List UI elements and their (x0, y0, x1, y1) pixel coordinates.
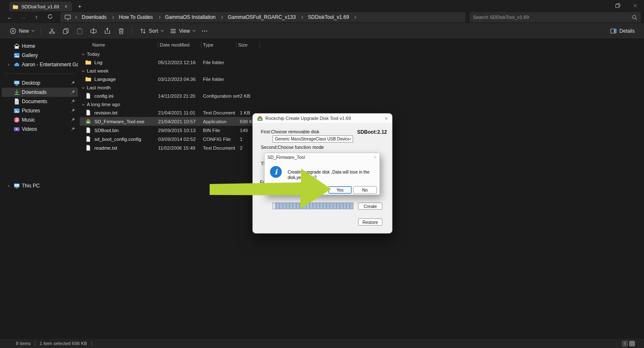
group-header[interactable]: Last week (80, 67, 644, 75)
cut-button[interactable] (45, 25, 59, 36)
delete-button[interactable] (114, 25, 128, 36)
sidebar-item-home[interactable]: Home (2, 42, 78, 51)
share-button[interactable] (100, 25, 114, 36)
expand-chevron-icon[interactable]: › (6, 183, 12, 189)
sort-button[interactable]: Sort (136, 25, 166, 36)
sdboot-version: SDBoot:2.12 (357, 129, 387, 135)
expand-chevron-icon[interactable]: › (6, 62, 12, 68)
sidebar-item-downloads[interactable]: Downloads (2, 88, 78, 97)
breadcrumb-separator (300, 16, 303, 18)
up-icon[interactable]: ↑ (33, 14, 40, 21)
search-icon[interactable] (632, 15, 637, 20)
paste-icon (76, 27, 83, 34)
refresh-icon[interactable] (46, 14, 54, 21)
group-label: Last week (87, 68, 109, 73)
folder-icon (13, 4, 18, 9)
file-row[interactable]: revision.txt21/04/2021 11:01Text Documen… (80, 108, 261, 117)
create-button[interactable]: Create (358, 203, 382, 210)
more-options-button[interactable] (198, 25, 212, 36)
group-header[interactable]: Last month (80, 83, 644, 91)
details-pane-button[interactable]: Details (606, 25, 638, 36)
tab-close-icon[interactable]: × (63, 4, 69, 9)
file-date-cell: 29/09/2015 10:13 (158, 128, 203, 133)
collapse-chevron-icon[interactable] (82, 103, 85, 106)
collapse-chevron-icon[interactable] (82, 52, 85, 55)
file-row[interactable]: sd_boot_config.config03/09/2014 02:52CON… (80, 135, 261, 143)
collapse-chevron-icon[interactable] (82, 69, 85, 72)
view-button[interactable]: View (166, 25, 198, 36)
group-header[interactable]: Today (80, 50, 644, 58)
delete-icon (117, 27, 125, 34)
file-name: Language (94, 77, 116, 82)
sidebar-item-music[interactable]: Music (2, 115, 78, 125)
sidebar-item-this-pc[interactable]: ›This PC (2, 181, 78, 190)
sidebar-item-gallery[interactable]: Gallery (2, 51, 78, 60)
breadcrumb-item-2[interactable]: GammaOS Installation (164, 14, 217, 21)
file-row[interactable]: SD_Firmware_Tool.exe21/04/2021 10:57Appl… (80, 117, 261, 126)
column-header-type[interactable]: Type (201, 42, 236, 48)
breadcrumb[interactable]: DownloadsHow To GuidesGammaOS Installati… (60, 12, 465, 22)
file-row[interactable]: config.ini14/11/2023 21:20Configuration … (80, 91, 261, 100)
file-name-cell: readme.txt (80, 145, 158, 151)
search-input[interactable] (473, 15, 632, 20)
restore-window-button[interactable] (609, 1, 626, 11)
breadcrumb-item-1[interactable]: How To Guides (117, 14, 154, 21)
collapse-chevron-icon[interactable] (82, 86, 85, 89)
breadcrumb-item-3[interactable]: GammaOSFull_RGARC_v133 (226, 14, 297, 21)
column-header-size[interactable]: Size (236, 42, 260, 48)
copy-button[interactable] (59, 25, 73, 36)
search-box[interactable] (470, 12, 641, 22)
paste-button[interactable] (73, 25, 86, 36)
command-bar: New Sort (0, 23, 644, 39)
sidebar-item-label: Aaron - Entertainment Gadgets LTD (22, 62, 78, 68)
rockchip-close-icon[interactable]: × (384, 115, 388, 122)
file-row[interactable]: Log05/12/2023 12:16File folder (80, 58, 261, 67)
toolbar-divider (132, 27, 132, 35)
removable-disk-select[interactable]: Generic MassStorageClass USB Device 14.4… (273, 135, 353, 143)
confirm-close-icon[interactable]: × (374, 155, 377, 160)
new-button[interactable]: New (6, 25, 37, 36)
restore-button[interactable]: Restore (358, 218, 382, 226)
file-date-cell: 11/02/2006 15:49 (158, 145, 203, 151)
yes-button[interactable]: Yes (328, 186, 352, 194)
rockchip-dialog-titlebar[interactable]: Rockchip Create Upgrade Disk Tool v1.69 … (253, 114, 392, 123)
documents-icon (13, 98, 20, 105)
file-name: config.ini (94, 93, 113, 99)
file-name: Log (94, 60, 102, 65)
column-header-date-modified[interactable]: Date modified (158, 42, 201, 48)
chevron-down-icon (161, 29, 164, 32)
file-row[interactable]: SDBoot.bin29/09/2015 10:13BIN File149 (80, 126, 261, 135)
sidebar-item-videos[interactable]: Videos (2, 125, 78, 134)
gallery-icon (13, 52, 20, 59)
sidebar-item-documents[interactable]: Documents (2, 97, 78, 106)
forward-icon[interactable]: → (19, 14, 27, 21)
back-icon[interactable]: ← (6, 14, 13, 21)
status-bar: 8 items 1 item selected 698 KB (0, 339, 644, 348)
sidebar-item-desktop[interactable]: Desktop (2, 78, 78, 88)
navigation-pane: HomeGallery›Aaron - Entertainment Gadget… (0, 39, 80, 340)
sidebar-item-pictures[interactable]: Pictures (2, 106, 78, 115)
pin-icon (70, 108, 75, 113)
confirm-dialog-titlebar[interactable]: SD_Firmware_Tool × (265, 153, 379, 161)
group-header[interactable]: A long time ago (80, 100, 644, 108)
file-type-cell: Text Document (203, 110, 240, 115)
breadcrumb-item-4[interactable]: SDDiskTool_v1.69 (306, 14, 350, 21)
rename-button[interactable] (86, 25, 100, 36)
thumbnail-view-toggle-icon[interactable] (629, 341, 635, 346)
sort-label: Sort (149, 28, 158, 34)
no-button[interactable]: No (353, 186, 377, 194)
new-tab-button[interactable]: + (78, 3, 81, 10)
tab-bar: SDDiskTool_v1.69 × + × (0, 0, 644, 11)
file-date-cell: 03/09/2014 02:52 (158, 137, 203, 142)
step1-label: First:Choose removable disk (261, 129, 319, 134)
file-row[interactable]: Language03/12/2023 04:36File folder (80, 75, 261, 83)
file-icon (85, 93, 91, 99)
breadcrumb-item-0[interactable]: Downloads (80, 14, 108, 21)
column-header-name[interactable]: Name (80, 42, 158, 48)
sidebar-item-onedrive[interactable]: ›Aaron - Entertainment Gadgets LTD (2, 60, 78, 69)
explorer-tab[interactable]: SDDiskTool_v1.69 × (9, 2, 72, 11)
file-row[interactable]: readme.txt11/02/2006 15:49Text Document2 (80, 143, 261, 152)
details-view-toggle-icon[interactable] (622, 341, 628, 346)
confirm-dialog: SD_Firmware_Tool × i Creating upgrade di… (264, 153, 380, 195)
close-window-button[interactable]: × (626, 1, 644, 11)
